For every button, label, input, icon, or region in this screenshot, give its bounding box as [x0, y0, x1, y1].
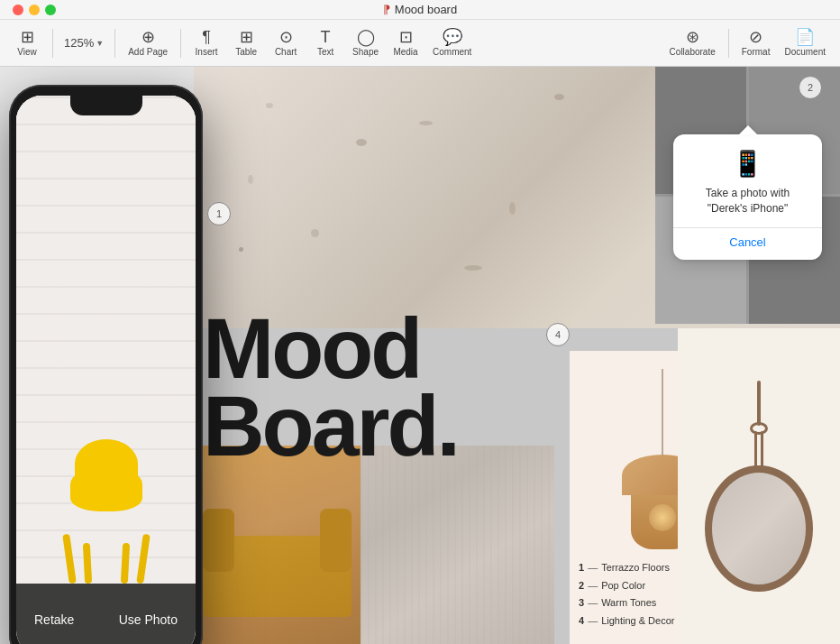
popup-divider — [673, 227, 822, 228]
stone-speckle — [311, 229, 319, 237]
stone-speckle — [266, 103, 273, 108]
close-button[interactable] — [13, 5, 23, 15]
caption-item-2: 2 — Pop Color — [579, 577, 750, 595]
toolbar-media[interactable]: ⊡ Media — [386, 25, 425, 60]
caption-dash-2: — — [588, 577, 598, 595]
insert-icon: ¶ — [202, 29, 211, 45]
shape-icon: ◯ — [357, 29, 375, 45]
pages-icon: ⁋ — [383, 3, 390, 16]
view-icon: ⊞ — [21, 29, 34, 45]
stone-speckle — [248, 175, 253, 184]
toolbar-insert[interactable]: ¶ Insert — [187, 25, 226, 60]
chair-leg-2 — [136, 534, 151, 584]
camera-viewfinder — [16, 96, 196, 644]
badge-1: 1 — [207, 202, 231, 225]
mood-board-title: Mood Board. — [194, 310, 840, 465]
caption-text-4: Lighting & Decor — [601, 612, 674, 630]
popup-phone-icon: 📱 — [684, 149, 811, 179]
chart-icon: ⊙ — [279, 29, 293, 45]
caption-text-3: Warm Tones — [601, 594, 656, 612]
chair-leg-4 — [120, 543, 129, 584]
toolbar-comment[interactable]: 💬 Comment — [425, 25, 479, 60]
toolbar-document[interactable]: 📄 Document — [777, 25, 833, 60]
rug-texture — [361, 446, 554, 644]
toolbar-text[interactable]: T Text — [306, 25, 345, 60]
stone-speckle — [464, 265, 482, 271]
iphone-device: Retake Use Photo — [9, 85, 203, 644]
text-icon: T — [321, 29, 331, 45]
main-content: Mood Board. — [0, 67, 840, 644]
caption-dash-3: — — [588, 594, 598, 612]
iphone-screen: Retake Use Photo — [16, 96, 196, 644]
document-icon: 📄 — [795, 29, 815, 45]
popup-arrow — [739, 125, 757, 134]
stone-speckle — [356, 139, 367, 146]
zoom-arrow-icon: ▼ — [96, 39, 104, 48]
iphone-continuity-popup: 📱 Take a photo with"Derek's iPhone" Canc… — [673, 134, 822, 260]
iphone-outer-shell: Retake Use Photo — [9, 85, 203, 644]
toolbar-separator-1 — [52, 29, 53, 58]
caption-list: 1 — Terrazzo Floors 2 — Pop Color 3 — Wa… — [579, 559, 750, 630]
toolbar-chart[interactable]: ⊙ Chart — [266, 25, 306, 60]
minimize-button[interactable] — [29, 5, 40, 15]
toolbar-collaborate[interactable]: ⊛ Collaborate — [662, 25, 723, 60]
camera-control-bar: Retake Use Photo — [16, 584, 196, 644]
caption-text-2: Pop Color — [601, 577, 645, 595]
caption-item-3: 3 — Warm Tones — [579, 594, 750, 612]
caption-num-3: 3 — [579, 594, 584, 612]
window-title: ⁋ Mood board — [383, 3, 457, 16]
title-bar: ⁋ Mood board — [0, 0, 840, 20]
toolbar-format[interactable]: ⊘ Format — [735, 25, 778, 60]
stone-speckle — [509, 202, 516, 215]
caption-dash-4: — — [588, 612, 598, 630]
toolbar-separator-3 — [180, 29, 181, 58]
add-page-icon: ⊕ — [142, 29, 155, 45]
badge-4: 4 — [546, 323, 570, 346]
badge-2: 2 — [799, 76, 822, 99]
sofa-armrest-left — [203, 509, 234, 572]
toolbar-shape[interactable]: ◯ Shape — [345, 25, 386, 60]
retake-button[interactable]: Retake — [34, 612, 74, 627]
stone-speckle — [554, 94, 564, 100]
lamp-glow — [649, 504, 676, 531]
toolbar-separator-4 — [728, 29, 729, 58]
toolbar-zoom[interactable]: 125% ▼ — [59, 32, 109, 53]
popup-title: Take a photo with"Derek's iPhone" — [684, 186, 811, 216]
caption-text-1: Terrazzo Floors — [601, 559, 670, 577]
fullscreen-button[interactable] — [45, 5, 56, 15]
table-icon: ⊞ — [240, 29, 253, 45]
media-icon: ⊡ — [399, 29, 413, 45]
toolbar: ⊞ View 125% ▼ ⊕ Add Page ¶ Insert ⊞ Tabl… — [0, 20, 840, 67]
stone-speckle — [419, 121, 433, 125]
toolbar-add-page[interactable]: ⊕ Add Page — [121, 25, 175, 60]
comment-icon: 💬 — [443, 29, 462, 45]
document-canvas: Mood Board. — [194, 67, 840, 644]
toolbar-separator-2 — [114, 29, 115, 58]
iphone-notch — [70, 96, 142, 115]
use-photo-button[interactable]: Use Photo — [119, 612, 178, 627]
caption-item-1: 1 — Terrazzo Floors — [579, 559, 750, 577]
yellow-chair — [52, 439, 160, 584]
chair-leg-3 — [82, 543, 91, 584]
traffic-lights — [13, 5, 56, 15]
caption-num-1: 1 — [579, 559, 584, 577]
format-icon: ⊘ — [749, 29, 762, 45]
toolbar-view[interactable]: ⊞ View — [7, 25, 47, 60]
stone-speckle — [239, 247, 243, 252]
toolbar-table[interactable]: ⊞ Table — [226, 25, 266, 60]
chair-seat — [70, 466, 142, 511]
caption-item-4: 4 — Lighting & Decor — [579, 612, 750, 630]
rug-texture-area — [361, 446, 554, 644]
caption-dash-1: — — [588, 559, 598, 577]
caption-num-2: 2 — [579, 577, 584, 595]
chair-leg-1 — [62, 534, 77, 584]
warm-tones-image — [194, 446, 361, 644]
caption-num-4: 4 — [579, 612, 584, 630]
collaborate-icon: ⊛ — [686, 29, 699, 45]
sofa-armrest-right — [320, 509, 352, 572]
popup-cancel-button[interactable]: Cancel — [684, 235, 811, 249]
